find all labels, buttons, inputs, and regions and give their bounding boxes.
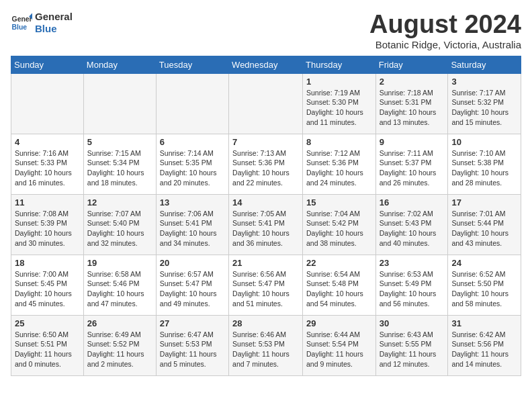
- location-subtitle: Botanic Ridge, Victoria, Australia: [369, 39, 521, 50]
- logo: General Blue General Blue: [11, 11, 73, 35]
- weekday-header-cell: Wednesday: [229, 56, 303, 73]
- day-info: Sunrise: 6:53 AMSunset: 5:49 PMDaylight:…: [380, 269, 445, 309]
- day-number: 15: [306, 197, 372, 208]
- calendar-day-cell: 15Sunrise: 7:04 AMSunset: 5:42 PMDayligh…: [303, 194, 376, 255]
- day-number: 11: [15, 197, 80, 208]
- calendar-day-cell: 6Sunrise: 7:14 AMSunset: 5:35 PMDaylight…: [156, 134, 228, 194]
- calendar-day-cell: 23Sunrise: 6:53 AMSunset: 5:49 PMDayligh…: [375, 255, 448, 315]
- day-number: 25: [15, 318, 80, 328]
- calendar-day-cell: 27Sunrise: 6:47 AMSunset: 5:53 PMDayligh…: [156, 315, 228, 375]
- day-info: Sunrise: 7:16 AMSunset: 5:33 PMDaylight:…: [15, 148, 80, 188]
- calendar-day-cell: 31Sunrise: 6:42 AMSunset: 5:56 PMDayligh…: [448, 315, 521, 375]
- logo-line1: General: [35, 11, 73, 23]
- calendar-week-row: 1Sunrise: 7:19 AMSunset: 5:30 PMDaylight…: [11, 73, 521, 134]
- title-block: August 2024 Botanic Ridge, Victoria, Aus…: [369, 11, 521, 50]
- day-number: 16: [380, 197, 445, 208]
- day-info: Sunrise: 7:05 AMSunset: 5:41 PMDaylight:…: [232, 209, 299, 248]
- calendar-day-cell: [83, 73, 156, 134]
- month-title: August 2024: [369, 11, 521, 39]
- day-number: 31: [451, 318, 517, 328]
- calendar-day-cell: [229, 73, 303, 134]
- day-number: 9: [380, 137, 445, 147]
- calendar-day-cell: 28Sunrise: 6:46 AMSunset: 5:53 PMDayligh…: [229, 315, 303, 375]
- day-info: Sunrise: 7:10 AMSunset: 5:38 PMDaylight:…: [451, 148, 517, 188]
- calendar-body: 1Sunrise: 7:19 AMSunset: 5:30 PMDaylight…: [11, 73, 521, 375]
- page-header: General Blue General Blue August 2024 Bo…: [11, 11, 521, 50]
- calendar-day-cell: 20Sunrise: 6:57 AMSunset: 5:47 PMDayligh…: [156, 255, 228, 315]
- weekday-header-cell: Monday: [83, 56, 156, 73]
- day-info: Sunrise: 7:18 AMSunset: 5:31 PMDaylight:…: [380, 88, 445, 128]
- calendar-day-cell: 17Sunrise: 7:01 AMSunset: 5:44 PMDayligh…: [448, 194, 521, 255]
- calendar-day-cell: 1Sunrise: 7:19 AMSunset: 5:30 PMDaylight…: [303, 73, 376, 134]
- day-number: 26: [87, 318, 152, 328]
- day-info: Sunrise: 6:57 AMSunset: 5:47 PMDaylight:…: [160, 269, 225, 309]
- day-info: Sunrise: 7:11 AMSunset: 5:37 PMDaylight:…: [380, 148, 445, 188]
- day-number: 29: [306, 318, 372, 328]
- weekday-header-row: SundayMondayTuesdayWednesdayThursdayFrid…: [11, 56, 521, 73]
- day-info: Sunrise: 6:42 AMSunset: 5:56 PMDaylight:…: [451, 330, 517, 369]
- calendar-week-row: 25Sunrise: 6:50 AMSunset: 5:51 PMDayligh…: [11, 315, 521, 375]
- logo-line2: Blue: [35, 23, 73, 35]
- day-info: Sunrise: 7:15 AMSunset: 5:34 PMDaylight:…: [87, 148, 152, 188]
- day-info: Sunrise: 7:06 AMSunset: 5:41 PMDaylight:…: [160, 209, 225, 248]
- weekday-header-cell: Saturday: [448, 56, 521, 73]
- day-info: Sunrise: 6:47 AMSunset: 5:53 PMDaylight:…: [160, 330, 225, 369]
- day-number: 28: [232, 318, 299, 328]
- calendar-day-cell: 14Sunrise: 7:05 AMSunset: 5:41 PMDayligh…: [229, 194, 303, 255]
- weekday-header-cell: Sunday: [11, 56, 84, 73]
- day-number: 5: [87, 137, 152, 147]
- calendar-day-cell: 7Sunrise: 7:13 AMSunset: 5:36 PMDaylight…: [229, 134, 303, 194]
- day-number: 1: [306, 77, 372, 87]
- calendar-day-cell: 3Sunrise: 7:17 AMSunset: 5:32 PMDaylight…: [448, 73, 521, 134]
- day-number: 3: [451, 77, 517, 87]
- calendar-day-cell: 21Sunrise: 6:56 AMSunset: 5:47 PMDayligh…: [229, 255, 303, 315]
- calendar-day-cell: 30Sunrise: 6:43 AMSunset: 5:55 PMDayligh…: [375, 315, 448, 375]
- day-number: 17: [451, 197, 517, 208]
- calendar-week-row: 4Sunrise: 7:16 AMSunset: 5:33 PMDaylight…: [11, 134, 521, 194]
- day-info: Sunrise: 7:14 AMSunset: 5:35 PMDaylight:…: [160, 148, 225, 188]
- calendar-week-row: 11Sunrise: 7:08 AMSunset: 5:39 PMDayligh…: [11, 194, 521, 255]
- day-info: Sunrise: 7:19 AMSunset: 5:30 PMDaylight:…: [306, 88, 372, 128]
- day-number: 27: [160, 318, 225, 328]
- calendar-day-cell: 26Sunrise: 6:49 AMSunset: 5:52 PMDayligh…: [83, 315, 156, 375]
- calendar-day-cell: 29Sunrise: 6:44 AMSunset: 5:54 PMDayligh…: [303, 315, 376, 375]
- day-info: Sunrise: 6:56 AMSunset: 5:47 PMDaylight:…: [232, 269, 299, 309]
- day-info: Sunrise: 7:04 AMSunset: 5:42 PMDaylight:…: [306, 209, 372, 248]
- calendar-day-cell: 4Sunrise: 7:16 AMSunset: 5:33 PMDaylight…: [11, 134, 84, 194]
- calendar-day-cell: 24Sunrise: 6:52 AMSunset: 5:50 PMDayligh…: [448, 255, 521, 315]
- day-info: Sunrise: 7:17 AMSunset: 5:32 PMDaylight:…: [451, 88, 517, 128]
- calendar-day-cell: 25Sunrise: 6:50 AMSunset: 5:51 PMDayligh…: [11, 315, 84, 375]
- day-number: 21: [232, 258, 299, 268]
- day-number: 4: [15, 137, 80, 147]
- day-number: 22: [306, 258, 372, 268]
- day-number: 12: [87, 197, 152, 208]
- day-number: 10: [451, 137, 517, 147]
- calendar-day-cell: 9Sunrise: 7:11 AMSunset: 5:37 PMDaylight…: [375, 134, 448, 194]
- day-number: 23: [380, 258, 445, 268]
- calendar-table: SundayMondayTuesdayWednesdayThursdayFrid…: [11, 56, 521, 376]
- day-number: 7: [232, 137, 299, 147]
- day-info: Sunrise: 6:49 AMSunset: 5:52 PMDaylight:…: [87, 330, 152, 369]
- calendar-day-cell: 19Sunrise: 6:58 AMSunset: 5:46 PMDayligh…: [83, 255, 156, 315]
- calendar-day-cell: 18Sunrise: 7:00 AMSunset: 5:45 PMDayligh…: [11, 255, 84, 315]
- calendar-week-row: 18Sunrise: 7:00 AMSunset: 5:45 PMDayligh…: [11, 255, 521, 315]
- day-number: 24: [451, 258, 517, 268]
- day-info: Sunrise: 6:44 AMSunset: 5:54 PMDaylight:…: [306, 330, 372, 369]
- day-info: Sunrise: 7:12 AMSunset: 5:36 PMDaylight:…: [306, 148, 372, 188]
- day-number: 20: [160, 258, 225, 268]
- day-info: Sunrise: 6:50 AMSunset: 5:51 PMDaylight:…: [15, 330, 80, 369]
- day-number: 14: [232, 197, 299, 208]
- day-number: 13: [160, 197, 225, 208]
- calendar-day-cell: [11, 73, 84, 134]
- day-number: 2: [380, 77, 445, 87]
- day-number: 8: [306, 137, 372, 147]
- day-info: Sunrise: 6:43 AMSunset: 5:55 PMDaylight:…: [380, 330, 445, 369]
- weekday-header-cell: Tuesday: [156, 56, 228, 73]
- svg-text:General: General: [12, 15, 32, 23]
- logo-icon: General Blue: [11, 12, 32, 34]
- day-info: Sunrise: 7:13 AMSunset: 5:36 PMDaylight:…: [232, 148, 299, 188]
- day-number: 6: [160, 137, 225, 147]
- day-info: Sunrise: 7:08 AMSunset: 5:39 PMDaylight:…: [15, 209, 80, 248]
- calendar-day-cell: 10Sunrise: 7:10 AMSunset: 5:38 PMDayligh…: [448, 134, 521, 194]
- day-info: Sunrise: 7:07 AMSunset: 5:40 PMDaylight:…: [87, 209, 152, 248]
